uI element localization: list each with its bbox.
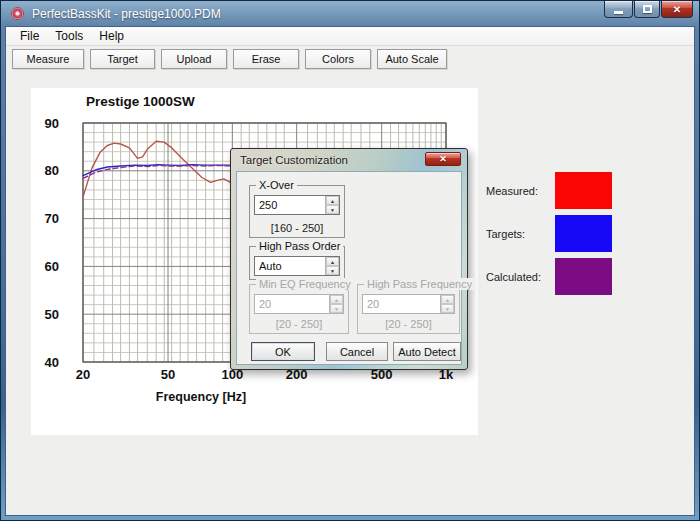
min-eq-frequency-spinner: 20 ▲ ▼ <box>254 294 344 314</box>
high-pass-frequency-value: 20 <box>363 295 440 313</box>
legend-label-calculated: Calculated: <box>486 271 555 283</box>
svg-text:60: 60 <box>45 259 59 274</box>
xover-spinner[interactable]: 250 ▲ ▼ <box>254 195 340 215</box>
ok-button[interactable]: OK <box>251 342 315 361</box>
app-window: PerfectBassKit - prestige1000.PDM ✕ File… <box>0 0 700 521</box>
target-button[interactable]: Target <box>90 49 155 69</box>
high-pass-frequency-spinner: 20 ▲ ▼ <box>362 294 455 314</box>
svg-text:50: 50 <box>45 307 59 322</box>
menu-help[interactable]: Help <box>91 27 132 45</box>
window-controls: ✕ <box>603 1 693 18</box>
minimize-button[interactable] <box>604 1 633 18</box>
targets-color-swatch <box>555 215 612 252</box>
min-eq-spin-buttons: ▲ ▼ <box>329 295 343 313</box>
dialog-close-button[interactable]: ✕ <box>425 152 461 166</box>
spin-up-icon[interactable]: ▲ <box>326 196 339 205</box>
legend-row-targets: Targets: <box>486 215 612 252</box>
min-eq-frequency-group: Min EQ Frequency 20 ▲ ▼ [20 - 250] <box>249 284 349 334</box>
svg-text:80: 80 <box>45 163 59 178</box>
target-customization-dialog: Target Customization ✕ X-Over 250 ▲ ▼ <box>230 148 468 370</box>
erase-button[interactable]: Erase <box>233 49 299 69</box>
spin-down-icon[interactable]: ▼ <box>326 205 339 214</box>
spin-up-icon: ▲ <box>441 295 454 304</box>
app-client: File Tools Help Measure Target Upload Er… <box>5 26 695 516</box>
toolbar: Measure Target Upload Erase Colors Auto … <box>6 46 694 72</box>
colors-button[interactable]: Colors <box>305 49 371 69</box>
close-button[interactable]: ✕ <box>661 1 693 18</box>
high-pass-range-label: [20 - 250] <box>358 318 459 330</box>
svg-text:20: 20 <box>76 367 90 382</box>
svg-text:70: 70 <box>45 211 59 226</box>
high-pass-order-spinner[interactable]: Auto ▲ ▼ <box>254 256 340 276</box>
svg-text:90: 90 <box>45 116 59 131</box>
svg-text:40: 40 <box>45 355 59 370</box>
min-eq-frequency-label: Min EQ Frequency <box>256 278 354 290</box>
xover-group-label: X-Over <box>256 179 297 191</box>
measure-button[interactable]: Measure <box>12 49 84 69</box>
high-pass-order-group: High Pass Order Auto ▲ ▼ <box>249 246 345 280</box>
legend-row-measured: Measured: <box>486 172 612 209</box>
upload-button[interactable]: Upload <box>161 49 227 69</box>
window-title: PerfectBassKit - prestige1000.PDM <box>32 7 221 21</box>
spin-up-icon: ▲ <box>330 295 343 304</box>
high-pass-order-value[interactable]: Auto <box>255 257 325 275</box>
measured-color-swatch <box>555 172 612 209</box>
dialog-client: X-Over 250 ▲ ▼ [160 - 250] High Pass Ord… <box>236 171 462 365</box>
menubar: File Tools Help <box>6 27 694 46</box>
svg-text:Frequency [Hz]: Frequency [Hz] <box>156 390 246 404</box>
high-pass-frequency-spin-buttons: ▲ ▼ <box>440 295 454 313</box>
high-pass-order-label: High Pass Order <box>256 240 343 252</box>
calculated-color-swatch <box>555 258 612 295</box>
svg-text:50: 50 <box>161 367 175 382</box>
dialog-close-icon: ✕ <box>439 154 447 164</box>
high-pass-frequency-group: High Pass Frequency 20 ▲ ▼ [20 - 250] <box>357 284 460 334</box>
min-eq-range-label: [20 - 250] <box>250 318 348 330</box>
svg-text:Prestige 1000SW: Prestige 1000SW <box>86 94 195 109</box>
app-icon[interactable] <box>11 7 24 20</box>
spin-up-icon[interactable]: ▲ <box>326 257 339 266</box>
maximize-button[interactable] <box>634 1 660 18</box>
dialog-title: Target Customization <box>240 154 348 166</box>
legend-row-calculated: Calculated: <box>486 258 612 295</box>
spin-down-icon: ▼ <box>330 304 343 313</box>
spin-down-icon: ▼ <box>441 304 454 313</box>
menu-tools[interactable]: Tools <box>47 27 91 45</box>
xover-range-label: [160 - 250] <box>250 222 344 234</box>
minimize-icon <box>614 11 623 14</box>
auto-scale-button[interactable]: Auto Scale <box>377 49 447 69</box>
legend-label-targets: Targets: <box>486 228 555 240</box>
cancel-button[interactable]: Cancel <box>326 342 388 361</box>
close-icon: ✕ <box>673 4 681 15</box>
legend: Measured: Targets: Calculated: <box>486 172 612 301</box>
high-pass-order-spin-buttons: ▲ ▼ <box>325 257 339 275</box>
xover-value[interactable]: 250 <box>255 196 325 214</box>
workspace: Prestige 1000SW4050607080902050100200500… <box>6 72 694 515</box>
auto-detect-button[interactable]: Auto Detect <box>393 342 461 361</box>
legend-label-measured: Measured: <box>486 185 555 197</box>
high-pass-frequency-label: High Pass Frequency <box>364 278 475 290</box>
xover-group: X-Over 250 ▲ ▼ [160 - 250] <box>249 185 345 238</box>
xover-spin-buttons: ▲ ▼ <box>325 196 339 214</box>
min-eq-frequency-value: 20 <box>255 295 329 313</box>
spin-down-icon[interactable]: ▼ <box>326 266 339 275</box>
maximize-icon <box>643 5 652 13</box>
menu-file[interactable]: File <box>12 27 47 45</box>
titlebar: PerfectBassKit - prestige1000.PDM <box>1 1 699 26</box>
